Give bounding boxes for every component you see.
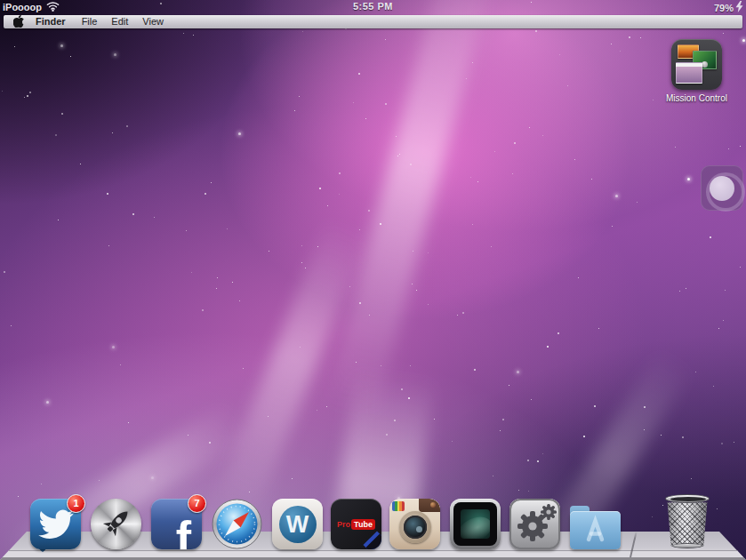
dock-item-safari[interactable] xyxy=(212,499,262,549)
assistive-touch-core xyxy=(710,176,734,201)
gears-icon xyxy=(509,499,560,549)
wordpress-w-icon: W xyxy=(279,506,317,543)
clock: 5:55 PM xyxy=(0,1,746,12)
camera-flash xyxy=(430,502,436,508)
protube-label-pro: Pro xyxy=(337,520,350,529)
menu-item-finder[interactable]: Finder xyxy=(28,15,75,28)
dock-item-twitter[interactable]: 1 xyxy=(30,499,81,549)
trash-rim xyxy=(665,494,710,503)
charging-bolt-icon xyxy=(735,1,743,14)
rocket-icon xyxy=(91,499,141,549)
trash-base xyxy=(672,543,702,548)
desktop-screen: iPoooop 5:55 PM 79% xyxy=(0,0,746,560)
assistive-touch-button[interactable] xyxy=(701,165,743,211)
compass-icon xyxy=(212,499,262,549)
dock-item-settings[interactable] xyxy=(509,499,560,549)
menu-item-view[interactable]: View xyxy=(135,15,171,28)
menu-item-file[interactable]: File xyxy=(75,15,105,28)
mission-control-label: Mission Control xyxy=(659,93,734,103)
camera-leather-top xyxy=(419,499,440,512)
aurora-streak xyxy=(325,0,495,417)
notification-badge: 7 xyxy=(188,494,206,513)
window-thumbnail xyxy=(676,62,702,84)
dock-item-wordpress[interactable]: W xyxy=(272,499,323,549)
dock-item-facebook[interactable]: f 7 xyxy=(151,499,202,549)
trash-can-icon xyxy=(664,499,710,547)
mission-control-shortcut[interactable]: Mission Control xyxy=(659,39,734,103)
twitter-bird-icon xyxy=(38,509,74,540)
facebook-f-icon: f xyxy=(176,515,191,549)
menu-item-edit[interactable]: Edit xyxy=(104,15,135,28)
battery-percent: 79% xyxy=(714,3,734,13)
dock-item-media-player[interactable] xyxy=(450,499,501,549)
notification-badge: 1 xyxy=(67,494,85,513)
protube-label-tube: Tube xyxy=(351,519,375,530)
dock-item-instagram[interactable] xyxy=(389,499,440,549)
menu-bar: Finder File Edit View xyxy=(4,15,742,28)
mission-control-icon xyxy=(671,39,722,90)
dock-item-rocket-launcher[interactable] xyxy=(91,499,141,549)
rainbow-stripe xyxy=(392,501,405,511)
dock-front-edge xyxy=(0,550,746,557)
status-bar: iPoooop 5:55 PM 79% xyxy=(0,0,746,15)
apple-logo-icon[interactable] xyxy=(9,15,28,29)
dock-item-protube[interactable]: Pro Tube xyxy=(331,499,381,549)
ipod-nano-icon xyxy=(453,502,497,546)
dock-item-applications-folder[interactable] xyxy=(570,499,621,549)
app-store-folder-icon xyxy=(570,511,621,549)
retro-camera-icon xyxy=(399,511,431,543)
dock-item-trash[interactable] xyxy=(664,494,710,548)
